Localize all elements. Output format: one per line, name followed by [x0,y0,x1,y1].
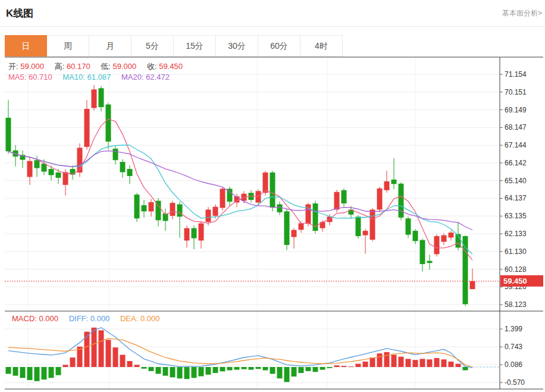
diff-value: 0.000 [90,314,110,323]
macd-bar [84,332,90,367]
candle[interactable] [263,173,268,193]
candle[interactable] [441,235,447,242]
macd-bar [213,367,218,373]
macd-bar [370,357,375,367]
candle[interactable] [206,209,211,222]
candle[interactable] [84,109,90,147]
candle[interactable] [270,173,275,208]
ma10-label: MA10: [62,73,85,81]
macd-bar [334,365,340,367]
tab-60min[interactable]: 60分 [258,35,300,57]
diff-label: DIFF: [69,314,89,323]
tab-15min[interactable]: 15分 [174,35,216,57]
axis-tick-label: 61.130 [505,247,527,256]
tab-day[interactable]: 日 [5,35,47,57]
ma-legend: MA5: 60.710 MA10: 61.087 MA20: 62.472 [8,73,178,81]
axis-tick-label: 0.086 [505,360,522,369]
tab-week[interactable]: 周 [47,35,89,57]
candle[interactable] [334,192,340,210]
macd-bar [99,330,104,367]
candle[interactable] [277,204,283,212]
tab-month[interactable]: 月 [89,35,131,57]
candle[interactable] [56,173,61,178]
candle[interactable] [306,204,311,224]
axis-tick-label: 0.743 [505,343,522,351]
candle[interactable] [177,204,183,217]
axis-tick-label: 69.149 [505,106,527,114]
candle[interactable] [420,240,425,264]
candle[interactable] [35,160,40,168]
candle[interactable] [184,228,190,241]
candle[interactable] [391,180,397,184]
price-axis-labels: 71.15470.15169.14968.14767.14466.14265.1… [500,70,527,387]
candle[interactable] [356,217,361,236]
macd-bar [456,364,461,367]
candle[interactable] [106,105,111,142]
macd-bar [127,361,133,367]
candle[interactable] [120,162,126,172]
candle[interactable] [6,118,11,151]
candle[interactable] [113,149,118,160]
candle[interactable] [413,231,418,241]
macd-bar [363,362,368,367]
close-label: 收: [147,62,157,71]
candle[interactable] [134,195,140,218]
candle[interactable] [63,172,68,184]
candle[interactable] [199,224,204,241]
axis-tick-label: 65.140 [505,177,527,185]
candle[interactable] [42,164,47,171]
ma5-value: 60.710 [29,73,52,81]
candle[interactable] [363,231,368,235]
macd-bar [120,355,126,367]
candle[interactable] [292,230,297,237]
candle[interactable] [99,88,104,107]
candle[interactable] [170,203,176,216]
macd-bar [170,367,176,377]
candle[interactable] [142,205,147,211]
candle[interactable] [92,89,97,108]
grid-layer [5,57,500,389]
macd-bar [299,367,304,373]
candle[interactable] [434,236,440,254]
candle[interactable] [127,169,133,176]
candle[interactable] [384,181,390,190]
kline-page: { "header": { "title": "K线图", "analysis_… [0,0,545,392]
macd-bar [327,367,333,368]
kline-chart[interactable]: 71.15470.15169.14968.14767.14466.14265.1… [0,0,545,392]
candle[interactable] [192,228,197,239]
macd-bar [63,365,68,367]
candle[interactable] [342,190,347,203]
candle[interactable] [377,189,383,210]
macd-bar [284,367,290,382]
macd-bar [113,347,118,367]
candle[interactable] [370,209,375,240]
candle[interactable] [299,223,304,230]
candle[interactable] [406,218,411,234]
candle[interactable] [149,202,154,211]
candle[interactable] [220,189,225,208]
axis-tick-label: 62.133 [505,230,527,238]
candle[interactable] [463,236,468,304]
macd-bar [434,358,440,367]
candle[interactable] [399,184,404,218]
macd-bar [413,360,418,367]
candle[interactable] [284,211,290,244]
macd-bar [149,367,154,371]
ma20-label: MA20: [121,73,144,81]
axis-tick-label: 64.137 [505,194,527,202]
tab-30min[interactable]: 30分 [216,35,258,57]
candle[interactable] [213,207,218,216]
high-label: 高: [55,62,65,71]
candle[interactable] [27,161,33,177]
axis-tick-label: -0.570 [505,378,525,387]
tab-4hour[interactable]: 4时 [300,35,343,57]
macd-bar [192,367,197,378]
candle[interactable] [427,261,433,264]
candle[interactable] [49,169,54,175]
candle[interactable] [470,281,475,289]
candle[interactable] [449,233,454,237]
axis-tick-label: 63.135 [505,212,527,220]
tab-5min[interactable]: 5分 [131,35,174,57]
macd-bar [313,367,318,372]
axis-tick-label: 66.142 [505,159,527,167]
